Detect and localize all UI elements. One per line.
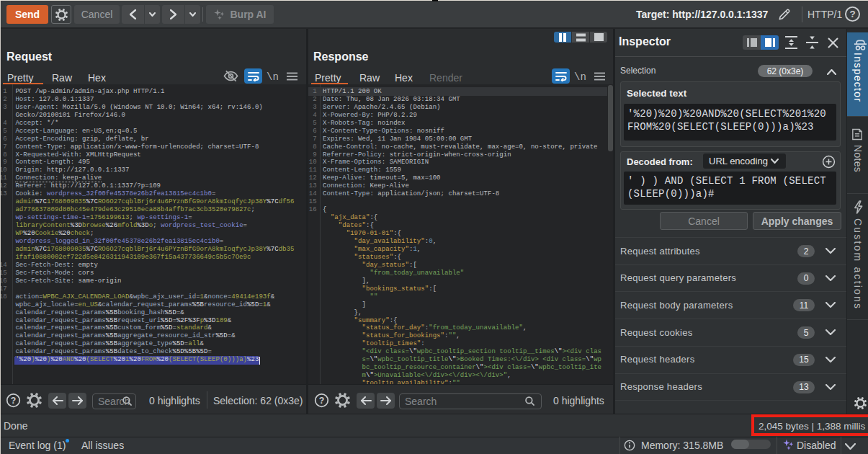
svg-text:?: ? (11, 396, 16, 406)
svg-text:?: ? (319, 396, 324, 406)
svg-text:?: ? (849, 9, 855, 19)
